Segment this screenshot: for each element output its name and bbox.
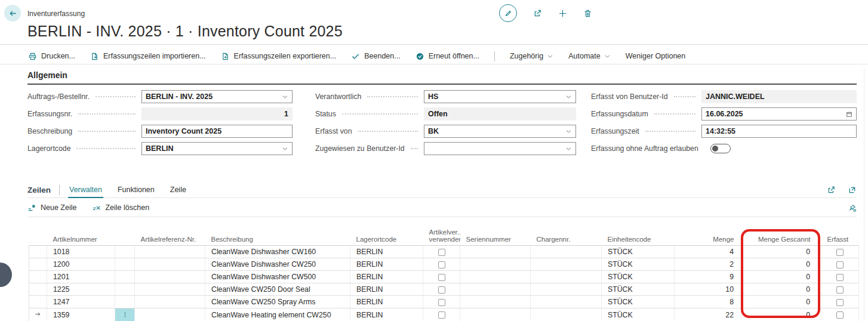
table-row[interactable]: 1201 CleanWave Dishwasher CW500 BERLIN S… (29, 271, 859, 283)
row-selector[interactable] (29, 246, 47, 258)
recorded-checkbox[interactable] (836, 249, 844, 256)
cell-row-menu[interactable] (115, 271, 135, 283)
export-lines-action[interactable]: Erfassungszeilen exportieren... (221, 52, 337, 61)
tab-zeile[interactable]: Zeile (169, 182, 187, 197)
cell-recorded[interactable] (821, 246, 859, 258)
popout-icon[interactable] (848, 186, 857, 195)
cell-row-menu[interactable] (115, 246, 135, 258)
header-item-no[interactable]: Artikelnummer (47, 229, 115, 246)
cell-item-no[interactable]: 1225 (47, 283, 115, 296)
header-lot-no[interactable]: Chargennr. (531, 229, 602, 246)
cell-qty-scanned[interactable]: 0 (741, 246, 821, 258)
table-row[interactable]: 1018 CleanWave Dishwasher CW160 BERLIN S… (29, 246, 859, 258)
scrollbar-track[interactable] (864, 69, 864, 321)
cell-ref-no[interactable] (135, 246, 205, 258)
cell-uom[interactable]: STÜCK (602, 296, 675, 308)
cell-serial-no[interactable] (460, 283, 531, 296)
cell-description[interactable]: CleanWave CW250 Door Seal (205, 283, 350, 296)
cell-description[interactable]: CleanWave Dishwasher CW160 (205, 246, 350, 258)
reopen-action[interactable]: Erneut öffnen... (415, 52, 479, 61)
cell-location[interactable]: BERLIN (350, 308, 423, 321)
allow-without-order-toggle[interactable] (710, 144, 731, 153)
cell-serial-no[interactable] (460, 258, 531, 271)
collapsed-side-panel-handle[interactable] (0, 263, 12, 287)
cell-qty-scanned[interactable]: 0 (741, 283, 821, 296)
cell-location[interactable]: BERLIN (350, 296, 423, 308)
responsible-combobox[interactable]: HS (424, 90, 576, 103)
header-recorded[interactable]: Erfasst (821, 229, 859, 246)
import-lines-action[interactable]: Erfassungszeilen importieren... (90, 52, 206, 61)
description-input[interactable]: Inventory Count 2025 (141, 125, 293, 138)
order-no-combobox[interactable]: BERLIN - INV. 2025 (141, 90, 293, 103)
recorded-checkbox[interactable] (836, 311, 844, 319)
chevron-down-icon[interactable] (282, 146, 288, 152)
cell-item-no[interactable]: 1201 (47, 271, 115, 283)
cell-lot-no[interactable] (531, 258, 602, 271)
cell-recorded[interactable] (821, 258, 859, 271)
cell-uom[interactable]: STÜCK (602, 283, 675, 296)
cell-row-menu[interactable] (115, 296, 135, 308)
cell-lot-no[interactable] (531, 246, 602, 258)
cell-serial-no[interactable] (460, 271, 531, 283)
cell-item-no[interactable]: 1200 (47, 258, 115, 271)
cell-lot-no[interactable] (531, 283, 602, 296)
cell-description[interactable]: CleanWave Dishwasher CW500 (205, 271, 350, 283)
share-button[interactable] (533, 9, 542, 18)
cell-item-no[interactable]: 1018 (47, 246, 115, 258)
header-location[interactable]: Lagerortcode (350, 229, 423, 246)
cell-uom[interactable]: STÜCK (602, 308, 675, 321)
cell-qty[interactable]: 9 (675, 271, 741, 283)
general-section-header[interactable]: Allgemein (27, 70, 857, 85)
cell-lot-no[interactable] (531, 271, 602, 283)
cell-recorded[interactable] (821, 296, 859, 308)
cell-qty[interactable]: 2 (675, 258, 741, 271)
delete-line-button[interactable]: Zeile löschen (92, 203, 149, 212)
cell-tracking[interactable] (423, 271, 460, 283)
cell-description[interactable]: CleanWave Heating element CW250 (205, 308, 350, 321)
cell-item-no[interactable]: 1247 (47, 296, 115, 308)
header-qty[interactable]: Menge (675, 229, 741, 246)
cell-uom[interactable]: STÜCK (602, 271, 675, 283)
cell-tracking[interactable] (423, 296, 460, 308)
cell-item-no[interactable]: 1359 (47, 308, 115, 321)
header-uom[interactable]: Einheitencode (602, 229, 675, 246)
cell-uom[interactable]: STÜCK (602, 258, 675, 271)
cell-lot-no[interactable] (531, 296, 602, 308)
cell-row-menu[interactable] (115, 308, 135, 321)
chevron-down-icon[interactable] (282, 94, 288, 100)
automate-menu[interactable]: Automate (568, 52, 611, 60)
header-tracking[interactable]: Artikelver...verwenden (423, 229, 460, 246)
table-row[interactable]: 1225 CleanWave CW250 Door Seal BERLIN ST… (29, 283, 859, 296)
table-row[interactable]: 1247 CleanWave CW250 Spray Arms BERLIN S… (29, 296, 859, 308)
filter-pin-icon[interactable] (848, 203, 857, 212)
cell-lot-no[interactable] (531, 308, 602, 321)
cell-location[interactable]: BERLIN (350, 258, 423, 271)
new-line-button[interactable]: Neue Zeile (27, 203, 76, 212)
recording-date-input[interactable]: 16.06.2025 (701, 107, 857, 121)
cell-qty[interactable]: 8 (675, 296, 741, 308)
row-selector[interactable] (29, 258, 47, 271)
header-serial-no[interactable]: Seriennummer (460, 229, 531, 246)
cell-tracking[interactable] (423, 283, 460, 296)
header-description[interactable]: Beschreibung (205, 229, 350, 246)
header-ref-no[interactable]: Artikelreferenz-Nr. (135, 229, 205, 246)
recording-time-input[interactable]: 14:32:55 (701, 125, 857, 138)
recorded-by-combobox[interactable]: BK (424, 125, 576, 138)
cell-qty-scanned[interactable]: 0 (741, 308, 821, 321)
cell-ref-no[interactable] (135, 271, 205, 283)
fewer-options-button[interactable]: Weniger Optionen (626, 52, 686, 60)
cell-row-menu[interactable] (115, 283, 135, 296)
cell-row-menu[interactable] (115, 258, 135, 271)
cell-tracking[interactable] (423, 308, 460, 321)
assigned-user-combobox[interactable] (424, 142, 576, 155)
tracking-checkbox[interactable] (438, 249, 445, 256)
cell-recorded[interactable] (821, 308, 859, 321)
related-menu[interactable]: Zugehörig (510, 52, 553, 60)
table-row-active[interactable]: 1359 CleanWave Heating element CW250 BER… (29, 308, 859, 321)
tracking-checkbox[interactable] (438, 286, 445, 294)
row-selector[interactable] (29, 308, 47, 321)
cell-serial-no[interactable] (460, 246, 531, 258)
cell-serial-no[interactable] (460, 296, 531, 308)
cell-location[interactable]: BERLIN (350, 246, 423, 258)
cell-qty[interactable]: 10 (675, 283, 741, 296)
